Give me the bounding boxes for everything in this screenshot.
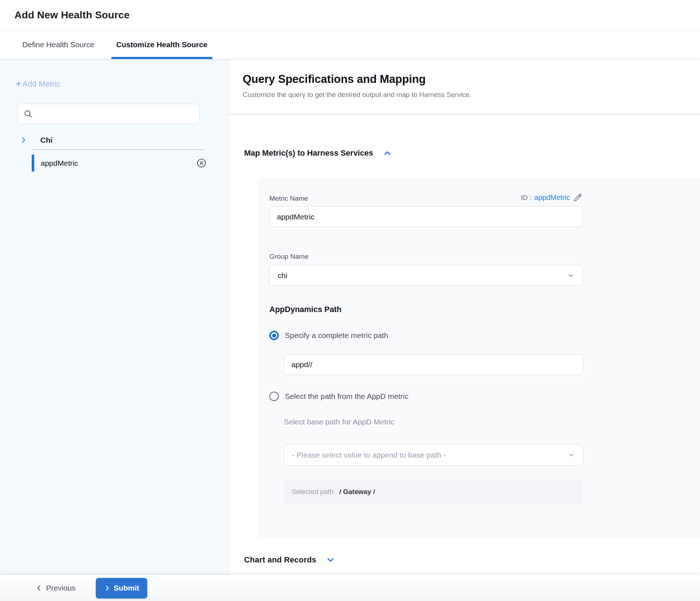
radio-selected-icon [269, 331, 279, 340]
edit-pencil-icon[interactable] [573, 193, 583, 202]
chart-and-records-section-toggle[interactable]: Chart and Records [244, 555, 336, 565]
chevron-down-icon [567, 272, 574, 279]
appdynamics-path-heading: AppDynamics Path [269, 305, 700, 314]
panel-subtitle: Customize the query to get the desired o… [243, 91, 700, 99]
radio-complete-metric-path-label: Specify a complete metric path [285, 331, 388, 340]
dialog-body: + Add Metric Chi [0, 59, 700, 575]
metric-item-label: appdMetric [41, 159, 78, 168]
chart-and-records-heading: Chart and Records [244, 555, 316, 565]
panel-title: Query Specifications and Mapping [243, 73, 700, 86]
group-name-label: Group Name [269, 253, 700, 261]
search-icon [23, 109, 33, 119]
add-health-source-dialog: Add New Health Source Define Health Sour… [0, 0, 700, 601]
chevron-left-icon [35, 584, 42, 592]
delete-metric-icon[interactable] [196, 158, 207, 168]
metric-mapping-card: Metric Name ID : appdMetric Group Nam [257, 178, 700, 538]
metrics-sidebar: + Add Metric Chi [0, 59, 229, 575]
tab-customize-health-source[interactable]: Customize Health Source [111, 30, 212, 59]
tab-bar: Define Health Source Customize Health So… [0, 30, 700, 59]
metric-list-item-appdmetric[interactable]: appdMetric [0, 155, 229, 172]
plus-icon: + [15, 80, 21, 88]
radio-select-path-from-appd[interactable]: Select the path from the AppD metric [269, 392, 700, 401]
panel-divider [229, 114, 700, 114]
submit-button-label: Submit [114, 584, 139, 592]
query-spec-panel: Query Specifications and Mapping Customi… [229, 59, 700, 575]
metric-search-box[interactable] [17, 104, 200, 124]
complete-metric-path-input[interactable] [284, 354, 583, 375]
previous-button[interactable]: Previous [35, 584, 76, 592]
metric-search-input[interactable] [37, 110, 194, 118]
metric-group-chi[interactable]: Chi [0, 136, 229, 144]
metric-group-label: Chi [40, 136, 53, 144]
selected-metric-indicator [32, 155, 34, 172]
chevron-down-icon [568, 451, 575, 459]
base-path-select[interactable]: - Please select value to append to base … [284, 444, 583, 466]
metric-name-input[interactable] [269, 206, 583, 227]
dialog-footer: Previous Submit [0, 575, 700, 601]
chevron-right-icon [19, 136, 27, 144]
chevron-down-icon [326, 555, 336, 565]
id-value-link[interactable]: appdMetric [534, 193, 570, 202]
submit-button[interactable]: Submit [96, 578, 147, 598]
base-path-placeholder: - Please select value to append to base … [292, 451, 446, 459]
add-metric-label: Add Metric [22, 79, 60, 89]
add-metric-button[interactable]: + Add Metric [15, 79, 60, 89]
map-metrics-section-toggle[interactable]: Map Metric(s) to Harness Services [244, 148, 392, 158]
group-name-select[interactable]: chi [269, 265, 583, 286]
previous-button-label: Previous [46, 584, 76, 592]
tab-define-health-source[interactable]: Define Health Source [17, 30, 99, 59]
dialog-header: Add New Health Source [0, 0, 700, 30]
selected-path-value: / Gateway / [339, 488, 375, 496]
map-metrics-heading: Map Metric(s) to Harness Services [244, 148, 373, 158]
group-name-value: chi [278, 271, 287, 280]
tab-customize-label: Customize Health Source [116, 40, 207, 49]
sidebar-divider [32, 150, 205, 150]
chevron-up-icon [382, 148, 392, 158]
radio-complete-metric-path[interactable]: Specify a complete metric path [269, 331, 700, 340]
id-label: ID : [521, 194, 532, 202]
radio-select-path-label: Select the path from the AppD metric [285, 392, 408, 401]
selected-path-label: Selected path [292, 488, 333, 496]
tab-define-label: Define Health Source [22, 40, 94, 49]
radio-unselected-icon [269, 392, 279, 401]
base-path-label: Select base path for AppD Metric [284, 418, 700, 426]
dialog-title: Add New Health Source [14, 9, 130, 21]
selected-path-display: Selected path / Gateway / [284, 480, 583, 504]
chevron-right-icon [104, 585, 111, 592]
metric-name-label: Metric Name [269, 195, 308, 202]
